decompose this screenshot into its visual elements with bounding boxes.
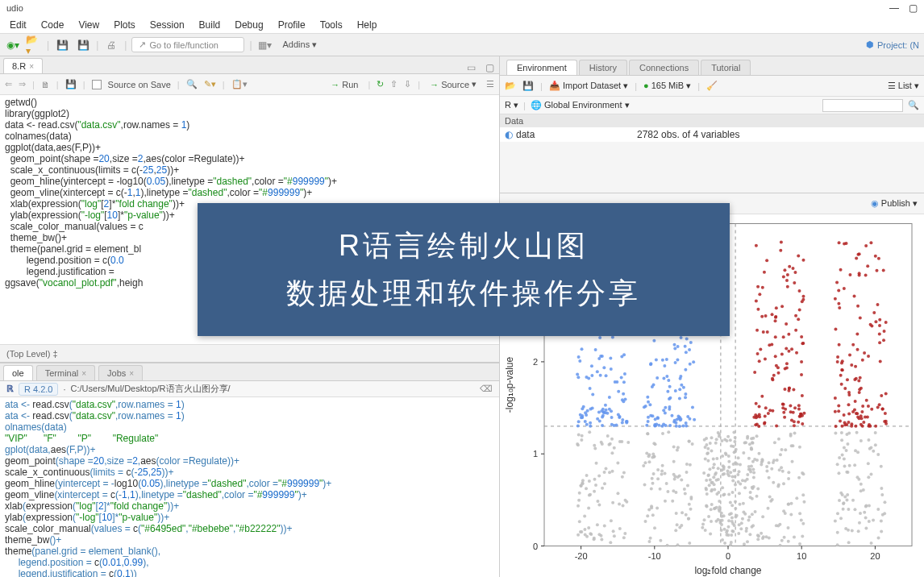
project-menu[interactable]: ⬢ Project: (N: [866, 39, 919, 50]
svg-point-456: [708, 484, 711, 487]
save-icon[interactable]: 💾: [65, 79, 77, 89]
svg-point-705: [785, 279, 789, 282]
rerun-icon[interactable]: ↻: [377, 79, 384, 89]
search-icon[interactable]: 🔍: [908, 100, 919, 110]
menu-debug[interactable]: Debug: [228, 18, 269, 32]
source-tab[interactable]: 8.R ×: [3, 58, 43, 73]
tab-jobs[interactable]: Jobs ×: [98, 365, 143, 380]
tab-connections[interactable]: Connections: [629, 60, 699, 75]
svg-point-542: [751, 486, 754, 489]
svg-point-103: [576, 425, 580, 428]
go-down-icon[interactable]: ⇩: [404, 79, 411, 89]
load-icon[interactable]: 📂: [505, 81, 516, 91]
search-env-input[interactable]: [822, 99, 903, 112]
menu-build[interactable]: Build: [193, 18, 227, 32]
publish-button[interactable]: ◉ Publish ▾: [871, 198, 918, 209]
forward-icon[interactable]: ⇒: [19, 79, 26, 89]
svg-point-549: [743, 486, 747, 489]
env-row-data[interactable]: ◐ data 2782 obs. of 4 variables: [500, 127, 924, 142]
svg-point-106: [577, 355, 581, 359]
tab-history[interactable]: History: [579, 60, 627, 75]
svg-point-444: [703, 518, 706, 521]
menu-plots[interactable]: Plots: [107, 18, 142, 32]
close-icon[interactable]: ×: [129, 369, 134, 378]
svg-point-277: [676, 345, 680, 348]
back-icon[interactable]: ⇐: [5, 79, 12, 89]
working-dir[interactable]: C:/Users/Mul/Desktop/R语言火山图分享/: [71, 383, 231, 395]
maximize-pane-icon[interactable]: ▢: [481, 62, 499, 73]
svg-point-795: [754, 510, 757, 513]
new-file-icon[interactable]: ◉▾: [5, 37, 21, 53]
lang-dropdown[interactable]: R ▾: [505, 100, 518, 110]
svg-point-152: [611, 501, 614, 504]
go-up-icon[interactable]: ⇧: [390, 79, 397, 89]
maximize-icon[interactable]: ▢: [909, 2, 918, 14]
source-button[interactable]: →Source ▾: [427, 77, 480, 91]
svg-point-251: [676, 359, 679, 362]
svg-point-519: [731, 522, 735, 525]
print-icon[interactable]: 🖨: [103, 37, 119, 53]
expand-icon[interactable]: ◐: [505, 129, 513, 140]
svg-point-846: [866, 264, 869, 268]
svg-point-720: [792, 411, 795, 414]
env-dropdown[interactable]: 🌐 Global Environment ▾: [531, 100, 630, 110]
close-icon[interactable]: ×: [29, 62, 34, 71]
save-icon[interactable]: 💾: [54, 37, 70, 53]
svg-point-993: [847, 541, 851, 544]
import-dataset-button[interactable]: 📥 Import Dataset ▾: [549, 81, 628, 91]
menu-tools[interactable]: Tools: [314, 18, 349, 32]
console-output[interactable]: ata <- read.csv("data.csv",row.names = 1…: [0, 397, 499, 577]
source-on-save-checkbox[interactable]: [92, 80, 102, 89]
svg-point-44: [582, 405, 585, 409]
save-all-icon[interactable]: 💾: [75, 37, 91, 53]
grid-icon[interactable]: ▦▾: [257, 37, 273, 53]
function-nav[interactable]: (Top Level) ‡: [6, 349, 58, 359]
wand-icon[interactable]: ✎▾: [204, 79, 216, 89]
svg-point-848: [884, 321, 888, 324]
outline-icon[interactable]: ☰: [486, 79, 494, 89]
minimize-icon[interactable]: —: [889, 2, 899, 14]
menu-session[interactable]: Session: [144, 18, 191, 32]
svg-point-144: [601, 487, 604, 490]
svg-point-332: [652, 472, 656, 475]
save-icon[interactable]: 💾: [522, 81, 534, 91]
tab-console[interactable]: ole: [3, 365, 33, 380]
menu-edit[interactable]: Edit: [3, 18, 33, 32]
svg-point-193: [610, 519, 613, 522]
svg-point-668: [800, 373, 803, 376]
addins-dropdown[interactable]: Addins ▾: [278, 38, 323, 52]
svg-point-839: [843, 423, 847, 426]
svg-point-866: [874, 425, 877, 428]
svg-point-942: [863, 511, 866, 514]
goto-file-input[interactable]: ↗ Go to file/function: [131, 37, 244, 52]
svg-point-563: [734, 484, 737, 487]
svg-point-221: [689, 341, 693, 344]
menu-profile[interactable]: Profile: [272, 18, 312, 32]
svg-text:10: 10: [797, 551, 806, 561]
tab-terminal[interactable]: Terminal ×: [36, 365, 95, 380]
list-view-button[interactable]: ☰ List ▾: [888, 81, 919, 91]
report-icon[interactable]: 📋▾: [231, 79, 248, 89]
svg-point-803: [753, 458, 756, 461]
tab-environment[interactable]: Environment: [506, 60, 577, 75]
menu-view[interactable]: View: [72, 18, 106, 32]
menu-help[interactable]: Help: [351, 18, 384, 32]
svg-point-544: [747, 519, 750, 522]
menu-code[interactable]: Code: [35, 18, 71, 32]
show-doc-icon[interactable]: 🗎: [41, 80, 50, 89]
close-icon[interactable]: ×: [81, 369, 86, 378]
memory-pill[interactable]: ● 165 MiB ▾: [643, 81, 691, 91]
svg-point-857: [836, 355, 839, 359]
tab-tutorial[interactable]: Tutorial: [701, 60, 751, 75]
svg-point-825: [850, 422, 853, 425]
find-icon[interactable]: 🔍: [186, 79, 198, 89]
run-button[interactable]: →Run: [327, 78, 361, 91]
svg-point-836: [837, 404, 840, 407]
svg-point-205: [680, 384, 683, 387]
clear-console-icon[interactable]: ⌫: [480, 384, 493, 394]
minimize-pane-icon[interactable]: ▭: [462, 62, 481, 73]
svg-point-959: [847, 471, 850, 474]
svg-point-375: [647, 508, 651, 511]
open-file-icon[interactable]: 📂▾: [26, 37, 42, 53]
broom-icon[interactable]: 🧹: [706, 81, 718, 91]
